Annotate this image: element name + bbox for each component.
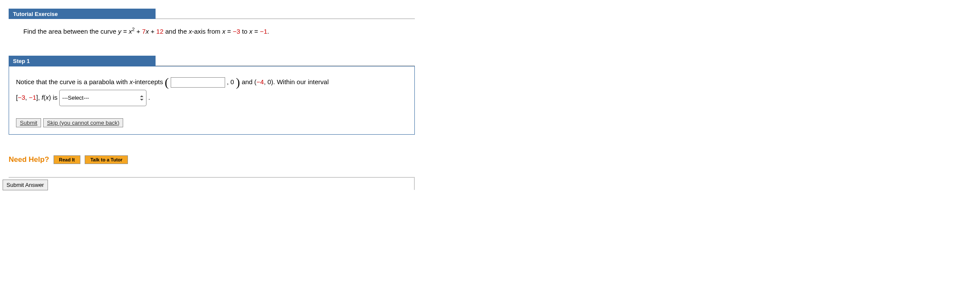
tutorial-header: Tutorial Exercise <box>9 9 415 19</box>
step1-header: Step 1 <box>9 56 415 66</box>
to-word: to <box>240 28 249 35</box>
step1-box: Notice that the curve is a parabola with… <box>9 66 415 135</box>
s1-prefix: Notice that the curve is a parabola with <box>16 78 130 85</box>
prompt-prefix: Find the area between the curve <box>23 28 118 35</box>
step1-line2: [−3, −1], f(x) is ---Select--- . <box>16 90 407 106</box>
neg4: −4 <box>257 78 264 85</box>
val-neg3: −3 <box>233 28 240 35</box>
exercise-prompt: Find the area between the curve y = x2 +… <box>9 24 415 38</box>
paren-close: ) <box>236 76 240 89</box>
const-12: 12 <box>156 28 164 35</box>
and-the: and the <box>163 28 188 35</box>
footer-bar <box>9 177 415 190</box>
talk-tutor-button[interactable]: Talk to a Tutor <box>85 155 128 164</box>
step1-line1: Notice that the curve is a parabola with… <box>16 74 407 90</box>
zero-close: , 0). Within our interval <box>264 78 329 85</box>
tutorial-header-line <box>156 9 415 19</box>
s1-intercepts: -intercepts <box>133 78 165 85</box>
need-help-row: Need Help? Read It Talk to a Tutor <box>9 155 415 164</box>
fx-x: x <box>45 94 49 101</box>
int-neg3: −3 <box>18 94 25 101</box>
comma: , <box>25 94 29 101</box>
submit-step-button[interactable]: Submit <box>16 118 41 127</box>
interval-close: ], <box>36 94 42 101</box>
coef-7: 7 <box>142 28 146 35</box>
var-x2: x <box>146 28 149 35</box>
is-word: is <box>51 94 59 101</box>
axis-word: -axis <box>192 28 206 35</box>
select-placeholder: ---Select--- <box>62 95 89 101</box>
dot-end: . <box>148 94 150 101</box>
plus2: + <box>149 28 156 35</box>
intercept-input[interactable] <box>171 77 225 88</box>
skip-button[interactable]: Skip (you cannot come back) <box>43 118 124 127</box>
equals2: = <box>226 28 233 35</box>
submit-answer-button[interactable]: Submit Answer <box>3 180 48 190</box>
tutorial-header-title: Tutorial Exercise <box>9 9 156 19</box>
read-it-button[interactable]: Read It <box>54 155 81 164</box>
period: . <box>267 28 269 35</box>
and-word: and ( <box>242 78 256 85</box>
int-neg1: −1 <box>29 94 36 101</box>
step1-title: Step 1 <box>9 56 156 66</box>
step1-buttons: Submit Skip (you cannot come back) <box>16 118 407 127</box>
val-neg1: −1 <box>260 28 267 35</box>
comma-zero: , 0 <box>227 78 234 85</box>
plus1: + <box>135 28 142 35</box>
step1-header-line <box>156 56 415 66</box>
var-y: y <box>118 28 121 35</box>
x-eq-1: x <box>222 28 226 35</box>
need-help-label: Need Help? <box>9 155 49 164</box>
fx-sign-select[interactable]: ---Select--- <box>59 90 146 106</box>
from-word: from <box>206 28 222 35</box>
equals3: = <box>252 28 260 35</box>
select-arrows-icon <box>140 95 144 101</box>
paren-open: ( <box>165 76 169 89</box>
equals: = <box>121 28 129 35</box>
